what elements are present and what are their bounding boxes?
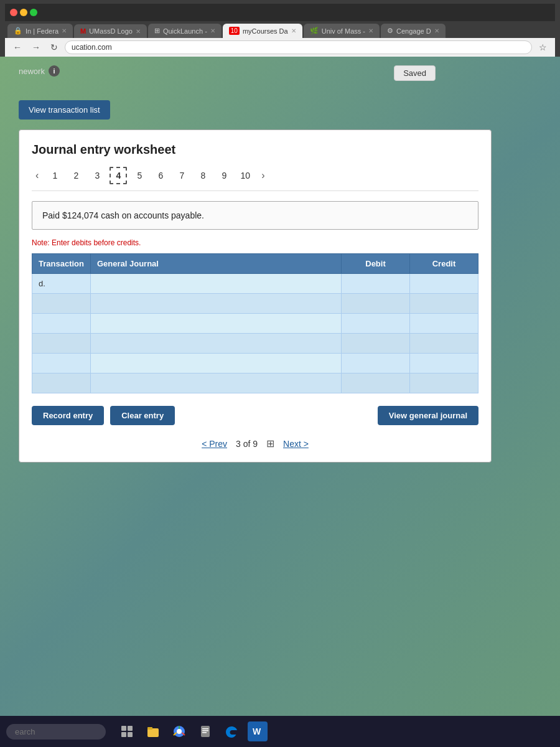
tab-cengage-label: Cengage D xyxy=(396,27,431,35)
maximize-dot[interactable] xyxy=(30,9,37,16)
tab-univ[interactable]: 🌿 Univ of Mass - ✕ xyxy=(304,24,380,38)
debit-cell-1[interactable] xyxy=(342,294,410,314)
page-num-2[interactable]: 2 xyxy=(67,167,85,184)
svg-rect-4 xyxy=(147,728,159,737)
homework-info: nework i xyxy=(19,65,60,77)
page-num-9[interactable]: 9 xyxy=(215,167,233,184)
worksheet-container: Journal entry worksheet ‹ 1 2 3 4 5 6 7 … xyxy=(19,129,492,463)
svg-rect-9 xyxy=(202,728,208,730)
journal-cell-2[interactable] xyxy=(90,314,341,334)
svg-rect-5 xyxy=(147,727,152,730)
credit-cell-4[interactable] xyxy=(410,354,478,374)
prev-link[interactable]: < Prev xyxy=(202,439,227,449)
credit-cell-3[interactable] xyxy=(410,334,478,354)
taskbar-search[interactable] xyxy=(6,724,106,740)
debit-cell-5[interactable] xyxy=(342,374,410,393)
journal-cell-0[interactable] xyxy=(90,274,341,294)
tab-cengage[interactable]: ⚙ Cengage D ✕ xyxy=(381,24,446,38)
action-buttons: Record entry Clear entry View general jo… xyxy=(32,406,478,425)
svg-rect-10 xyxy=(202,730,208,731)
tab-univ-close[interactable]: ✕ xyxy=(368,27,373,34)
tab-federa-close[interactable]: ✕ xyxy=(62,27,67,34)
file-explorer-icon[interactable] xyxy=(143,721,163,741)
tab-quicklaunch[interactable]: ⊞ QuickLaunch - ✕ xyxy=(148,24,222,38)
col-header-journal: General Journal xyxy=(90,254,341,274)
minimize-dot[interactable] xyxy=(20,9,27,16)
page-num-1[interactable]: 1 xyxy=(46,167,63,184)
clear-entry-button[interactable]: Clear entry xyxy=(110,406,175,425)
svg-rect-0 xyxy=(121,726,126,731)
page-num-3[interactable]: 3 xyxy=(88,167,106,184)
title-bar xyxy=(5,4,555,21)
address-bar-row: ← → ↻ ucation.com ☆ xyxy=(5,38,555,57)
svg-rect-3 xyxy=(128,732,133,737)
pagination-next-arrow[interactable]: › xyxy=(258,167,268,184)
table-row xyxy=(32,314,478,334)
credit-cell-2[interactable] xyxy=(410,314,478,334)
tab-bar: 🔒 In | Federa ✕ M UMassD Logo ✕ ⊞ QuickL… xyxy=(5,21,555,38)
table-row xyxy=(32,334,478,354)
forward-button[interactable]: → xyxy=(29,41,44,54)
page-num-5[interactable]: 5 xyxy=(131,167,148,184)
journal-cell-4[interactable] xyxy=(90,354,341,374)
journal-cell-5[interactable] xyxy=(90,374,341,393)
bottom-nav: < Prev 3 of 9 ⊞ Next > xyxy=(32,438,478,449)
view-transaction-button[interactable]: View transaction list xyxy=(19,100,110,120)
tab-quicklaunch-label: QuickLaunch - xyxy=(163,27,207,35)
page-num-4[interactable]: 4 xyxy=(110,167,127,184)
tab-federa-icon: 🔒 xyxy=(14,27,22,35)
files-icon[interactable] xyxy=(195,721,215,741)
tab-quicklaunch-close[interactable]: ✕ xyxy=(210,27,215,34)
pagination-prev-arrow[interactable]: ‹ xyxy=(32,167,42,184)
tab-cengage-close[interactable]: ✕ xyxy=(434,27,439,34)
homework-label: nework xyxy=(19,67,45,76)
credit-cell-1[interactable] xyxy=(410,294,478,314)
address-bar[interactable]: ucation.com xyxy=(65,40,532,54)
debit-cell-2[interactable] xyxy=(342,314,410,334)
journal-table: Transaction General Journal Debit Credit… xyxy=(32,253,478,393)
tab-univ-label: Univ of Mass - xyxy=(322,27,365,35)
tab-mycourses[interactable]: 10 myCourses Da ✕ xyxy=(223,24,302,38)
worksheet-title: Journal entry worksheet xyxy=(32,143,478,157)
page-num-7[interactable]: 7 xyxy=(173,167,190,184)
credit-cell-0[interactable] xyxy=(410,274,478,294)
bookmark-button[interactable]: ☆ xyxy=(536,41,550,54)
back-button[interactable]: ← xyxy=(10,41,25,54)
tab-umassd[interactable]: M UMassD Logo ✕ xyxy=(74,24,147,38)
page-num-6[interactable]: 6 xyxy=(152,167,169,184)
tab-federa-label: In | Federa xyxy=(26,27,58,35)
table-row xyxy=(32,294,478,314)
pagination: ‹ 1 2 3 4 5 6 7 8 9 10 › xyxy=(32,167,478,191)
tab-mycourses-close[interactable]: ✕ xyxy=(291,27,296,34)
transaction-cell-2 xyxy=(32,314,91,334)
view-general-journal-button[interactable]: View general journal xyxy=(378,406,478,425)
journal-cell-1[interactable] xyxy=(90,294,341,314)
debit-cell-0[interactable] xyxy=(342,274,410,294)
credit-cell-5[interactable] xyxy=(410,374,478,393)
taskbar: W xyxy=(0,716,560,747)
record-entry-button[interactable]: Record entry xyxy=(32,406,104,425)
tab-federa[interactable]: 🔒 In | Federa ✕ xyxy=(7,24,73,38)
page-num-8[interactable]: 8 xyxy=(194,167,212,184)
svg-rect-1 xyxy=(128,726,133,731)
chrome-icon[interactable] xyxy=(169,721,189,741)
transaction-cell-4 xyxy=(32,354,91,374)
page-num-10[interactable]: 10 xyxy=(236,167,254,184)
tab-mycourses-icon: 10 xyxy=(229,27,240,35)
info-icon[interactable]: i xyxy=(49,65,60,77)
word-icon[interactable]: W xyxy=(248,721,268,741)
tab-umassd-icon: M xyxy=(80,27,86,35)
col-header-debit: Debit xyxy=(342,254,410,274)
grid-icon[interactable]: ⊞ xyxy=(266,438,274,449)
tab-univ-icon: 🌿 xyxy=(310,27,319,35)
journal-cell-3[interactable] xyxy=(90,334,341,354)
taskview-icon[interactable] xyxy=(117,721,137,741)
close-dot[interactable] xyxy=(10,9,17,16)
debit-cell-4[interactable] xyxy=(342,354,410,374)
edge-icon[interactable] xyxy=(222,721,241,741)
reload-button[interactable]: ↻ xyxy=(47,41,61,54)
table-row xyxy=(32,374,478,393)
debit-cell-3[interactable] xyxy=(342,334,410,354)
next-link[interactable]: Next > xyxy=(283,439,309,449)
tab-umassd-close[interactable]: ✕ xyxy=(136,28,141,35)
